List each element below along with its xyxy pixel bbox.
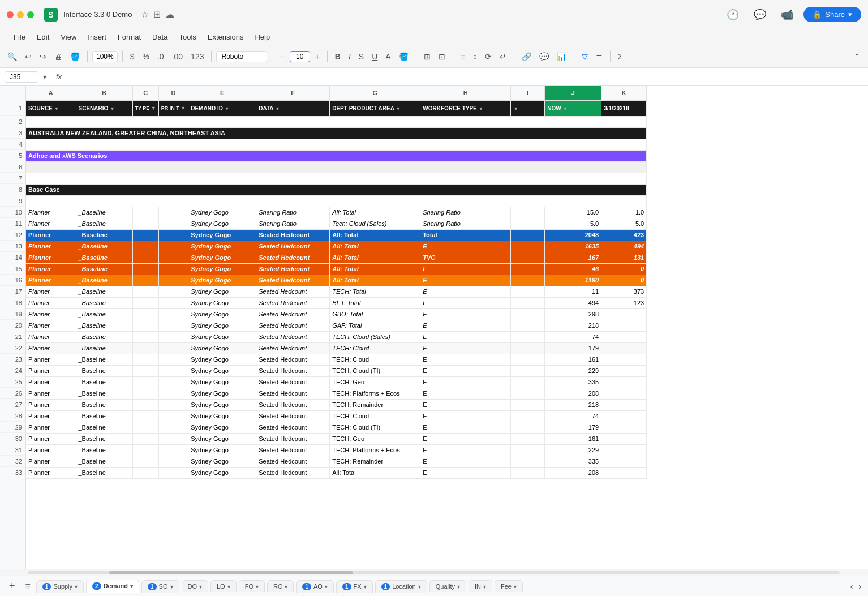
cell-date[interactable]: 5.0 bbox=[601, 218, 647, 229]
cell-demand-id[interactable]: Sydney Gogo bbox=[188, 331, 256, 342]
row-number-3[interactable]: 3 bbox=[0, 127, 25, 139]
text-color-button[interactable]: A bbox=[383, 50, 393, 63]
cell-scenario[interactable]: _Baseline bbox=[76, 297, 132, 308]
row-number-1[interactable]: 1 bbox=[0, 100, 25, 116]
cell-d[interactable] bbox=[158, 320, 188, 331]
menu-extensions[interactable]: Extensions bbox=[203, 32, 248, 42]
cell-workforce[interactable]: Total bbox=[420, 229, 511, 241]
paint-format-button[interactable]: 🪣 bbox=[67, 50, 83, 63]
row-number-14[interactable]: 14 bbox=[0, 252, 25, 263]
cell-now[interactable]: 74 bbox=[545, 410, 601, 422]
cell-i[interactable] bbox=[511, 354, 545, 365]
row-number-12[interactable]: 12 bbox=[0, 229, 25, 241]
cell-source[interactable]: Planner bbox=[26, 320, 76, 331]
cell-dept[interactable]: All: Total bbox=[330, 263, 420, 275]
cell-demand-id[interactable]: Sydney Gogo bbox=[188, 286, 256, 297]
font-size-increase-button[interactable]: + bbox=[312, 50, 323, 63]
cell-i[interactable] bbox=[511, 275, 545, 286]
cell-scenario[interactable]: _Baseline bbox=[76, 342, 132, 354]
cell-d[interactable] bbox=[158, 399, 188, 410]
cell-source[interactable]: Planner bbox=[26, 365, 76, 376]
cell-source[interactable]: Planner bbox=[26, 444, 76, 456]
comment-insert-button[interactable]: 💬 bbox=[536, 50, 552, 63]
cell-data[interactable]: Seated Hedcount bbox=[256, 252, 330, 263]
cell-dept[interactable]: BET: Total bbox=[330, 297, 420, 308]
cell-i[interactable] bbox=[511, 467, 545, 478]
font-selector[interactable]: Roboto bbox=[216, 51, 267, 62]
tab-dropdown-icon[interactable]: ▾ bbox=[483, 584, 486, 590]
cell-demand-id[interactable]: Sydney Gogo bbox=[188, 456, 256, 467]
cell-date[interactable] bbox=[601, 320, 647, 331]
cell-now[interactable]: 218 bbox=[545, 399, 601, 410]
cell-c[interactable] bbox=[132, 286, 158, 297]
font-size-input[interactable]: 10 bbox=[290, 51, 310, 62]
cell-workforce[interactable]: E bbox=[420, 308, 511, 320]
cell-c[interactable] bbox=[132, 365, 158, 376]
row-number-8[interactable]: 8 bbox=[0, 184, 25, 195]
cell-now[interactable]: 5.0 bbox=[545, 218, 601, 229]
cell-d[interactable] bbox=[158, 229, 188, 241]
row-number-10[interactable]: −10 bbox=[0, 207, 25, 218]
cell-demand-id[interactable]: Sydney Gogo bbox=[188, 444, 256, 456]
cell-source[interactable]: Planner bbox=[26, 229, 76, 241]
cell-now[interactable]: 1635 bbox=[545, 241, 601, 252]
cell-d[interactable] bbox=[158, 444, 188, 456]
cell-workforce[interactable]: E bbox=[420, 286, 511, 297]
cell-scenario[interactable]: _Baseline bbox=[76, 207, 132, 218]
cell-demand-id[interactable]: Sydney Gogo bbox=[188, 354, 256, 365]
cell-data[interactable]: Seated Hedcount bbox=[256, 229, 330, 241]
cell-dept[interactable]: TECH: Cloud (Sales) bbox=[330, 331, 420, 342]
cell-workforce[interactable]: E bbox=[420, 444, 511, 456]
cell-data[interactable]: Seated Hedcount bbox=[256, 286, 330, 297]
cell-source[interactable]: Planner bbox=[26, 218, 76, 229]
tab-prev-button[interactable]: ‹ bbox=[848, 581, 856, 592]
filter-view-button[interactable]: ≣ bbox=[593, 50, 605, 63]
cell-dept[interactable]: TECH: Cloud (TI) bbox=[330, 422, 420, 433]
cell-scenario[interactable]: _Baseline bbox=[76, 263, 132, 275]
filter-button[interactable]: ▽ bbox=[579, 50, 591, 63]
cell-demand-id[interactable]: Sydney Gogo bbox=[188, 252, 256, 263]
formula-expand-icon[interactable]: ▾ bbox=[43, 73, 46, 81]
cell-demand-id[interactable]: Sydney Gogo bbox=[188, 433, 256, 444]
cell-dept[interactable]: TECH: Geo bbox=[330, 433, 420, 444]
tab-in[interactable]: IN ▾ bbox=[469, 580, 492, 592]
cell-source[interactable]: Planner bbox=[26, 456, 76, 467]
cell-source[interactable]: Planner bbox=[26, 252, 76, 263]
cell-data[interactable]: Seated Hedcount bbox=[256, 456, 330, 467]
cell-dept[interactable]: TECH: Cloud bbox=[330, 410, 420, 422]
tab-fo[interactable]: FO ▾ bbox=[239, 580, 265, 592]
tab-dropdown-icon[interactable]: ▾ bbox=[199, 584, 202, 590]
cell-source[interactable]: Planner bbox=[26, 286, 76, 297]
empty-cell[interactable] bbox=[26, 116, 647, 127]
cell-demand-id[interactable]: Sydney Gogo bbox=[188, 218, 256, 229]
tab-dropdown-icon[interactable]: ▾ bbox=[418, 584, 421, 590]
cell-dept[interactable]: TECH: Platforms + Ecos bbox=[330, 388, 420, 399]
cell-workforce[interactable]: E bbox=[420, 433, 511, 444]
cell-now[interactable]: 1190 bbox=[545, 275, 601, 286]
tab-dropdown-icon[interactable]: ▾ bbox=[325, 584, 328, 590]
strikethrough-button[interactable]: S bbox=[356, 50, 367, 63]
cell-data[interactable]: Seated Hedcount bbox=[256, 275, 330, 286]
folder-icon[interactable]: ⊞ bbox=[153, 9, 161, 20]
cell-c[interactable] bbox=[132, 467, 158, 478]
row-number-22[interactable]: 22 bbox=[0, 342, 25, 354]
cell-c[interactable] bbox=[132, 422, 158, 433]
cell-c[interactable] bbox=[132, 207, 158, 218]
cell-data[interactable]: Seated Hedcount bbox=[256, 297, 330, 308]
cell-source[interactable]: Planner bbox=[26, 467, 76, 478]
tab-location[interactable]: 1 Location ▾ bbox=[375, 580, 427, 593]
cell-date[interactable]: 373 bbox=[601, 286, 647, 297]
cell-dept[interactable]: GAF: Total bbox=[330, 320, 420, 331]
cell-i[interactable] bbox=[511, 320, 545, 331]
row-number-19[interactable]: 19 bbox=[0, 308, 25, 320]
cell-data[interactable]: Seated Hedcount bbox=[256, 342, 330, 354]
cell-scenario[interactable]: _Baseline bbox=[76, 422, 132, 433]
cell-dept[interactable]: All: Total bbox=[330, 229, 420, 241]
col-header-j[interactable]: J bbox=[545, 86, 601, 100]
row-number-28[interactable]: 28 bbox=[0, 410, 25, 422]
cell-c[interactable] bbox=[132, 410, 158, 422]
cell-demand-id[interactable]: Sydney Gogo bbox=[188, 263, 256, 275]
row-number-25[interactable]: 25 bbox=[0, 376, 25, 388]
cell-i[interactable] bbox=[511, 444, 545, 456]
cell-data[interactable]: Sharing Ratio bbox=[256, 218, 330, 229]
